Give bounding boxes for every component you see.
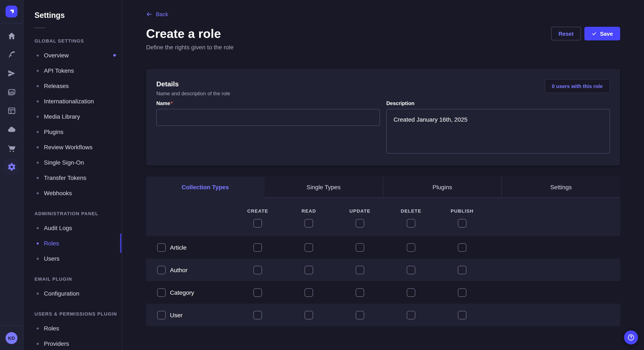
details-subtitle: Name and description of the role [156,90,230,97]
table-row-category: Category [146,281,620,304]
subnav-item-users[interactable]: Users [24,251,122,266]
bullet-icon [37,161,39,164]
category-create-checkbox[interactable] [254,288,262,297]
section-label-global-settings: GLOBAL SETTINGS [24,38,122,44]
subnav-item-overview[interactable]: Overview [24,48,122,63]
select-all-read-checkbox[interactable] [304,219,313,227]
settings-subnav: Settings GLOBAL SETTINGS Overview API To… [24,0,122,350]
subnav-item-configuration[interactable]: Configuration [24,286,122,301]
user-read-checkbox[interactable] [304,311,313,319]
details-fields: Name* Description Created January 16th, … [156,100,610,155]
select-all-publish-checkbox[interactable] [458,219,466,227]
category-update-checkbox[interactable] [356,288,364,297]
bullet-icon [37,292,39,295]
subnav-title: Settings [24,0,122,20]
column-delete: DELETE [386,208,436,227]
layout-icon[interactable] [0,102,24,119]
table-row-author: Author [146,259,620,281]
section-global-settings: Overview API Tokens Releases Internation… [24,48,122,201]
row-select-checkbox[interactable] [157,243,166,252]
user-update-checkbox[interactable] [356,311,364,319]
subnav-item-webhooks[interactable]: Webhooks [24,185,122,201]
category-read-checkbox[interactable] [304,288,313,297]
subnav-item-media-library[interactable]: Media Library [24,109,122,124]
strapi-admin-app: KD Settings GLOBAL SETTINGS Overview API… [0,0,644,350]
rail-icon-nav [0,27,23,175]
tab-settings[interactable]: Settings [502,176,620,198]
article-delete-checkbox[interactable] [407,243,415,252]
author-delete-checkbox[interactable] [407,266,415,274]
tab-single-types[interactable]: Single Types [264,176,383,198]
bullet-icon [37,242,39,244]
user-delete-checkbox[interactable] [407,311,415,319]
required-asterisk: * [170,100,172,106]
row-select-checkbox[interactable] [157,311,166,319]
media-library-icon[interactable] [0,83,24,100]
subnav-scrollbar-thumb[interactable] [120,233,122,253]
description-label: Description [386,100,610,107]
bullet-icon [37,146,39,148]
row-select-checkbox[interactable] [157,288,166,297]
table-row-user: User [146,304,620,326]
main-content: Back Create a role Reset Save Define the… [122,0,644,350]
author-read-checkbox[interactable] [304,266,313,274]
subnav-item-releases[interactable]: Releases [24,78,122,94]
user-avatar[interactable]: KD [6,332,18,344]
reset-button[interactable]: Reset [551,27,581,40]
author-update-checkbox[interactable] [356,266,364,274]
name-input[interactable] [156,109,380,126]
subnav-item-audit-logs[interactable]: Audit Logs [24,220,122,236]
page-header: Create a role Reset Save [146,26,620,41]
permissions-table-body: Article Author [146,236,620,326]
bullet-icon [37,131,39,133]
section-administration-panel: Audit Logs Roles Users [24,220,122,266]
category-delete-checkbox[interactable] [407,288,415,297]
subnav-item-single-sign-on[interactable]: Single Sign-On [24,155,122,170]
subnav-item-review-workflows[interactable]: Review Workflows [24,140,122,155]
home-icon[interactable] [0,27,24,44]
description-textarea[interactable]: Created January 16th, 2025 [386,109,610,154]
subnav-item-internationalization[interactable]: Internationalization [24,94,122,109]
subnav-item-api-tokens[interactable]: API Tokens [24,63,122,78]
article-create-checkbox[interactable] [254,243,262,252]
details-title: Details [156,79,230,89]
bullet-icon [37,85,39,87]
tab-plugins[interactable]: Plugins [383,176,502,198]
users-with-role-button[interactable]: 0 users with this role [544,79,610,93]
page-title: Create a role [146,26,221,41]
category-publish-checkbox[interactable] [458,288,466,297]
subnav-item-roles-active[interactable]: Roles [24,236,122,251]
save-button[interactable]: Save [584,27,620,40]
subnav-item-up-roles[interactable]: Roles [24,321,122,336]
user-publish-checkbox[interactable] [458,311,466,319]
row-select-checkbox[interactable] [157,266,166,274]
title-divider [34,28,45,28]
subnav-item-transfer-tokens[interactable]: Transfer Tokens [24,170,122,185]
article-update-checkbox[interactable] [356,243,364,252]
tab-collection-types[interactable]: Collection Types [146,176,264,198]
strapi-logo[interactable] [6,5,18,17]
details-card: Details Name and description of the role… [146,69,620,166]
subnav-item-up-providers[interactable]: Providers [24,336,122,350]
section-label-users-permissions-plugin: USERS & PERMISSIONS PLUGIN [24,311,122,317]
arrow-left-icon [146,11,152,17]
send-icon[interactable] [0,65,24,82]
user-create-checkbox[interactable] [254,311,262,319]
gear-icon[interactable] [4,159,19,174]
cloud-icon[interactable] [0,121,24,138]
bullet-icon [37,54,39,56]
article-publish-checkbox[interactable] [458,243,466,252]
select-all-delete-checkbox[interactable] [407,219,415,227]
select-all-update-checkbox[interactable] [356,219,364,227]
help-button[interactable] [624,331,638,345]
article-read-checkbox[interactable] [304,243,313,252]
column-create: CREATE [232,208,283,227]
back-link[interactable]: Back [146,11,168,17]
author-create-checkbox[interactable] [254,266,262,274]
select-all-create-checkbox[interactable] [254,219,262,227]
feather-icon[interactable] [0,46,24,63]
author-publish-checkbox[interactable] [458,266,466,274]
cart-icon[interactable] [0,140,24,157]
subnav-item-plugins[interactable]: Plugins [24,124,122,140]
permissions-panel: Collection Types Single Types Plugins Se… [146,176,620,326]
